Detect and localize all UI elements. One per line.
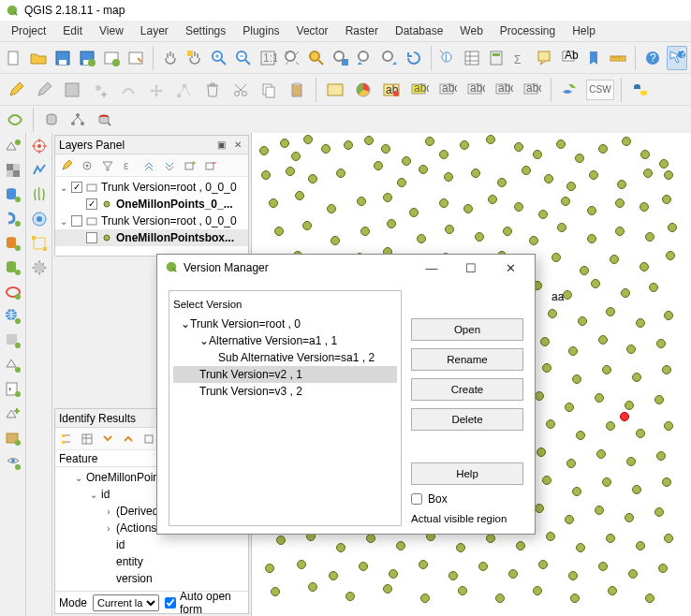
zoom-native-button[interactable]: 1:1 (257, 46, 278, 70)
map-point[interactable] (297, 560, 306, 569)
expand-all-button[interactable] (140, 156, 158, 175)
target-button[interactable] (28, 135, 51, 157)
label-abc-button[interactable]: abc (323, 78, 347, 102)
map-point[interactable] (664, 421, 673, 431)
map-point[interactable] (598, 562, 608, 571)
zoom-last-button[interactable] (355, 46, 375, 70)
map-point[interactable] (656, 339, 666, 348)
auto-open-form-checkbox[interactable]: Auto open form (165, 590, 244, 616)
map-point[interactable] (654, 395, 664, 404)
map-point[interactable] (535, 504, 544, 513)
map-point[interactable] (664, 311, 673, 320)
expression-filter-button[interactable]: ε (119, 156, 138, 175)
map-point[interactable] (649, 283, 658, 292)
label-highlight-button[interactable]: ab (379, 78, 404, 102)
grass-button[interactable] (28, 183, 51, 206)
map-point[interactable] (626, 345, 636, 354)
new-project-button[interactable] (4, 46, 24, 70)
map-point[interactable] (640, 262, 649, 271)
python-console-button[interactable] (628, 78, 653, 102)
pan-button[interactable] (160, 46, 181, 70)
field-calculator-button[interactable] (486, 46, 507, 70)
new-shapefile-button[interactable] (2, 403, 24, 425)
map-point[interactable] (576, 543, 585, 552)
map-point[interactable] (271, 587, 280, 596)
map-point[interactable] (595, 506, 604, 515)
whats-this-button[interactable]: ? (667, 46, 687, 70)
add-virtual-layer-button[interactable] (2, 451, 24, 474)
map-point[interactable] (495, 594, 505, 603)
map-point[interactable] (471, 169, 480, 178)
save-button[interactable] (52, 46, 73, 70)
map-point[interactable] (302, 221, 312, 230)
menu-web[interactable]: Web (452, 22, 490, 40)
map-point[interactable] (608, 586, 617, 595)
map-point[interactable] (587, 234, 596, 243)
menu-plugins[interactable]: Plugins (235, 22, 287, 40)
map-point[interactable] (575, 154, 584, 163)
label-diagram-button[interactable] (351, 78, 375, 102)
map-point[interactable] (662, 195, 671, 204)
map-point[interactable] (357, 197, 366, 206)
map-point[interactable] (540, 337, 550, 346)
open-button[interactable]: Open (411, 318, 523, 341)
menu-help[interactable]: Help (565, 22, 603, 40)
measure-button[interactable] (608, 46, 628, 70)
add-mssql-layer-button[interactable] (2, 232, 24, 255)
map-point[interactable] (439, 150, 448, 159)
add-db2-layer-button[interactable] (2, 257, 24, 279)
tracing-button[interactable] (28, 159, 51, 182)
map-point[interactable] (387, 219, 396, 228)
map-point[interactable] (666, 251, 675, 260)
map-point[interactable] (420, 594, 430, 603)
new-geopackage-button[interactable] (2, 427, 24, 449)
map-point[interactable] (259, 146, 269, 155)
maximize-button[interactable]: ☐ (454, 257, 488, 279)
style-manager-button[interactable] (57, 156, 76, 175)
map-point[interactable] (488, 195, 497, 204)
map-point[interactable] (308, 582, 317, 592)
layer-row[interactable]: OneMillonPointsbox... (55, 229, 248, 246)
map-point[interactable] (645, 232, 654, 242)
version-tree[interactable]: Select Version ⌄ Trunk Version=root , 0⌄… (169, 290, 402, 526)
map-point[interactable] (563, 290, 572, 300)
map-point[interactable] (463, 204, 473, 213)
map-point[interactable] (329, 571, 338, 580)
map-point[interactable] (546, 419, 555, 429)
label-rotate-button[interactable]: abc (492, 78, 516, 102)
zoom-next-button[interactable] (379, 46, 400, 70)
graph-button[interactable] (66, 109, 89, 131)
map-point[interactable] (636, 318, 645, 328)
map-point[interactable] (346, 592, 355, 601)
map-point[interactable] (544, 174, 553, 183)
map-point[interactable] (364, 136, 374, 145)
map-point[interactable] (374, 161, 383, 170)
map-point[interactable] (542, 363, 551, 373)
map-point[interactable] (664, 170, 673, 180)
zoom-out-button[interactable] (233, 46, 254, 70)
map-point[interactable] (640, 202, 649, 212)
edits-dropdown-button[interactable] (32, 78, 56, 102)
map-point[interactable] (668, 223, 677, 232)
zoom-in-button[interactable] (209, 46, 229, 70)
pan-to-selection-button[interactable] (184, 46, 205, 70)
map-point[interactable] (308, 174, 317, 183)
map-point[interactable] (622, 137, 631, 146)
layer-checkbox[interactable] (71, 182, 82, 193)
map-point[interactable] (360, 227, 370, 236)
text-annotation-button[interactable]: Ab (559, 46, 580, 70)
map-point[interactable] (522, 166, 531, 175)
map-point[interactable] (551, 253, 561, 262)
open-project-button[interactable] (28, 46, 49, 70)
map-point[interactable] (295, 191, 304, 200)
map-point[interactable] (389, 569, 398, 579)
map-point[interactable] (595, 393, 604, 403)
map-point[interactable] (645, 594, 654, 603)
add-postgis-layer-button[interactable] (2, 183, 24, 206)
label-pin-button[interactable]: abc (407, 78, 432, 102)
add-wms-layer-button[interactable] (2, 305, 24, 328)
map-point[interactable] (602, 477, 611, 487)
map-point[interactable] (425, 137, 434, 146)
map-point[interactable] (566, 459, 576, 468)
map-point[interactable] (546, 532, 555, 541)
